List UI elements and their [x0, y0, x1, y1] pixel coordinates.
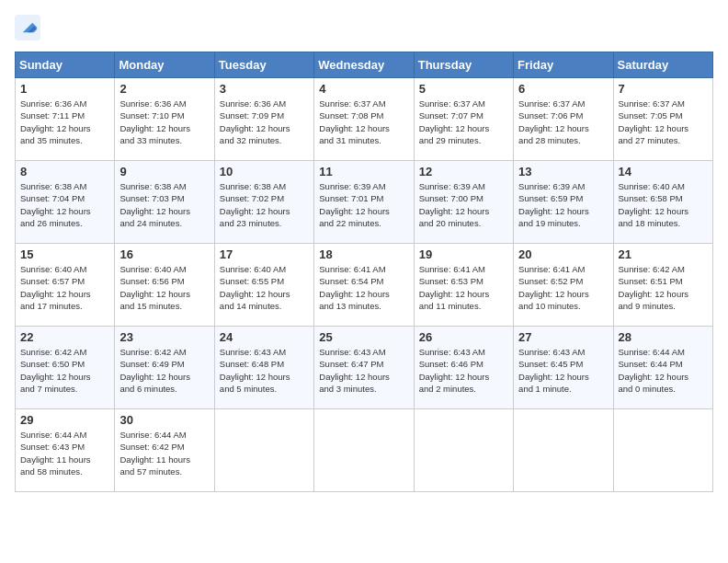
day-number: 5 — [419, 82, 508, 96]
table-row — [214, 409, 313, 492]
day-info: Sunrise: 6:38 AM Sunset: 7:03 PM Dayligh… — [119, 180, 209, 229]
day-info: Sunrise: 6:39 AM Sunset: 6:59 PM Dayligh… — [518, 180, 608, 229]
table-row: 16Sunrise: 6:40 AM Sunset: 6:56 PM Dayli… — [115, 244, 214, 327]
day-info: Sunrise: 6:37 AM Sunset: 7:08 PM Dayligh… — [319, 98, 408, 146]
table-row: 25Sunrise: 6:43 AM Sunset: 6:47 PM Dayli… — [314, 327, 414, 409]
table-row: 2Sunrise: 6:36 AM Sunset: 7:10 PM Daylig… — [115, 78, 214, 161]
table-row: 4Sunrise: 6:37 AM Sunset: 7:08 PM Daylig… — [314, 78, 414, 161]
table-row: 30Sunrise: 6:44 AM Sunset: 6:42 PM Dayli… — [115, 409, 214, 492]
day-info: Sunrise: 6:40 AM Sunset: 6:57 PM Dayligh… — [20, 263, 109, 312]
day-number: 15 — [20, 247, 109, 261]
day-number: 16 — [119, 247, 209, 261]
table-row: 7Sunrise: 6:37 AM Sunset: 7:05 PM Daylig… — [613, 78, 712, 161]
day-info: Sunrise: 6:36 AM Sunset: 7:10 PM Dayligh… — [119, 98, 209, 146]
day-info: Sunrise: 6:43 AM Sunset: 6:47 PM Dayligh… — [319, 346, 408, 395]
table-row: 15Sunrise: 6:40 AM Sunset: 6:57 PM Dayli… — [16, 244, 115, 327]
day-number: 12 — [419, 165, 508, 178]
weekday-header: Tuesday — [214, 52, 313, 78]
day-number: 6 — [518, 82, 608, 96]
table-row: 24Sunrise: 6:43 AM Sunset: 6:48 PM Dayli… — [214, 327, 313, 409]
day-info: Sunrise: 6:44 AM Sunset: 6:44 PM Dayligh… — [619, 346, 708, 395]
day-info: Sunrise: 6:43 AM Sunset: 6:46 PM Dayligh… — [419, 346, 508, 395]
table-row: 26Sunrise: 6:43 AM Sunset: 6:46 PM Dayli… — [414, 327, 513, 409]
table-row: 23Sunrise: 6:42 AM Sunset: 6:49 PM Dayli… — [115, 327, 214, 409]
table-row — [414, 409, 513, 492]
table-row: 20Sunrise: 6:41 AM Sunset: 6:52 PM Dayli… — [514, 244, 613, 327]
day-info: Sunrise: 6:41 AM Sunset: 6:53 PM Dayligh… — [419, 263, 508, 312]
day-info: Sunrise: 6:38 AM Sunset: 7:04 PM Dayligh… — [20, 180, 109, 229]
day-number: 27 — [518, 330, 608, 344]
day-info: Sunrise: 6:42 AM Sunset: 6:50 PM Dayligh… — [20, 346, 109, 395]
day-info: Sunrise: 6:44 AM Sunset: 6:43 PM Dayligh… — [20, 429, 109, 477]
day-number: 17 — [220, 247, 309, 261]
table-row: 21Sunrise: 6:42 AM Sunset: 6:51 PM Dayli… — [613, 244, 712, 327]
day-number: 9 — [119, 165, 209, 178]
day-number: 19 — [419, 247, 508, 261]
page-header — [15, 15, 713, 40]
table-row: 6Sunrise: 6:37 AM Sunset: 7:06 PM Daylig… — [514, 78, 613, 161]
table-row: 27Sunrise: 6:43 AM Sunset: 6:45 PM Dayli… — [514, 327, 613, 409]
day-number: 4 — [319, 82, 408, 96]
calendar-week-row: 22Sunrise: 6:42 AM Sunset: 6:50 PM Dayli… — [16, 327, 713, 409]
day-number: 3 — [220, 82, 309, 96]
day-number: 7 — [619, 82, 708, 96]
logo — [15, 15, 44, 40]
day-info: Sunrise: 6:37 AM Sunset: 7:06 PM Dayligh… — [518, 98, 608, 146]
day-info: Sunrise: 6:39 AM Sunset: 7:00 PM Dayligh… — [419, 180, 508, 229]
calendar-week-row: 29Sunrise: 6:44 AM Sunset: 6:43 PM Dayli… — [16, 409, 713, 492]
table-row: 3Sunrise: 6:36 AM Sunset: 7:09 PM Daylig… — [214, 78, 313, 161]
day-info: Sunrise: 6:36 AM Sunset: 7:09 PM Dayligh… — [220, 98, 309, 146]
table-row — [613, 409, 712, 492]
day-number: 13 — [518, 165, 608, 178]
day-number: 10 — [220, 165, 309, 178]
day-info: Sunrise: 6:44 AM Sunset: 6:42 PM Dayligh… — [119, 429, 209, 477]
day-info: Sunrise: 6:40 AM Sunset: 6:58 PM Dayligh… — [619, 180, 708, 229]
weekday-header: Monday — [115, 52, 214, 78]
day-info: Sunrise: 6:43 AM Sunset: 6:45 PM Dayligh… — [518, 346, 608, 395]
day-number: 24 — [220, 330, 309, 344]
day-info: Sunrise: 6:36 AM Sunset: 7:11 PM Dayligh… — [20, 98, 109, 146]
table-row: 12Sunrise: 6:39 AM Sunset: 7:00 PM Dayli… — [414, 161, 513, 244]
day-number: 25 — [319, 330, 408, 344]
day-info: Sunrise: 6:37 AM Sunset: 7:05 PM Dayligh… — [619, 98, 708, 146]
calendar-week-row: 8Sunrise: 6:38 AM Sunset: 7:04 PM Daylig… — [16, 161, 713, 244]
day-info: Sunrise: 6:42 AM Sunset: 6:49 PM Dayligh… — [119, 346, 209, 395]
day-info: Sunrise: 6:41 AM Sunset: 6:52 PM Dayligh… — [518, 263, 608, 312]
day-number: 2 — [119, 82, 209, 96]
day-info: Sunrise: 6:38 AM Sunset: 7:02 PM Dayligh… — [220, 180, 309, 229]
table-row: 18Sunrise: 6:41 AM Sunset: 6:54 PM Dayli… — [314, 244, 414, 327]
day-info: Sunrise: 6:40 AM Sunset: 6:55 PM Dayligh… — [220, 263, 309, 312]
weekday-header: Thursday — [414, 52, 513, 78]
day-number: 29 — [20, 413, 109, 427]
weekday-header: Saturday — [613, 52, 712, 78]
logo-icon — [15, 15, 40, 40]
day-number: 30 — [119, 413, 209, 427]
table-row: 17Sunrise: 6:40 AM Sunset: 6:55 PM Dayli… — [214, 244, 313, 327]
table-row: 14Sunrise: 6:40 AM Sunset: 6:58 PM Dayli… — [613, 161, 712, 244]
day-number: 18 — [319, 247, 408, 261]
calendar-table: SundayMondayTuesdayWednesdayThursdayFrid… — [15, 52, 713, 492]
table-row — [514, 409, 613, 492]
table-row: 29Sunrise: 6:44 AM Sunset: 6:43 PM Dayli… — [16, 409, 115, 492]
weekday-header: Friday — [514, 52, 613, 78]
day-info: Sunrise: 6:37 AM Sunset: 7:07 PM Dayligh… — [419, 98, 508, 146]
calendar-body: 1Sunrise: 6:36 AM Sunset: 7:11 PM Daylig… — [16, 78, 713, 492]
day-info: Sunrise: 6:39 AM Sunset: 7:01 PM Dayligh… — [319, 180, 408, 229]
day-number: 28 — [619, 330, 708, 344]
calendar-header: SundayMondayTuesdayWednesdayThursdayFrid… — [16, 52, 713, 78]
table-row: 5Sunrise: 6:37 AM Sunset: 7:07 PM Daylig… — [414, 78, 513, 161]
table-row: 8Sunrise: 6:38 AM Sunset: 7:04 PM Daylig… — [16, 161, 115, 244]
weekday-header: Wednesday — [314, 52, 414, 78]
table-row: 11Sunrise: 6:39 AM Sunset: 7:01 PM Dayli… — [314, 161, 414, 244]
day-number: 23 — [119, 330, 209, 344]
table-row: 28Sunrise: 6:44 AM Sunset: 6:44 PM Dayli… — [613, 327, 712, 409]
day-number: 8 — [20, 165, 109, 178]
day-number: 20 — [518, 247, 608, 261]
table-row: 19Sunrise: 6:41 AM Sunset: 6:53 PM Dayli… — [414, 244, 513, 327]
table-row: 9Sunrise: 6:38 AM Sunset: 7:03 PM Daylig… — [115, 161, 214, 244]
weekday-header: Sunday — [16, 52, 115, 78]
day-number: 11 — [319, 165, 408, 178]
day-info: Sunrise: 6:43 AM Sunset: 6:48 PM Dayligh… — [220, 346, 309, 395]
day-info: Sunrise: 6:42 AM Sunset: 6:51 PM Dayligh… — [619, 263, 708, 312]
weekday-row: SundayMondayTuesdayWednesdayThursdayFrid… — [16, 52, 713, 78]
